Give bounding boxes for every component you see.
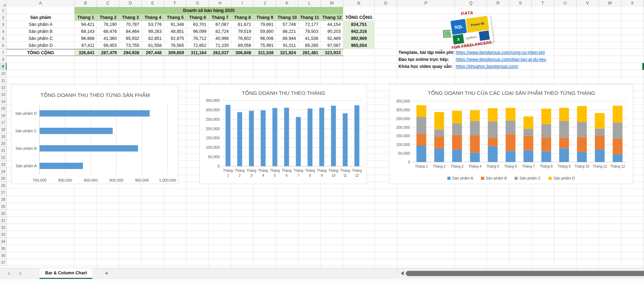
row-header-3[interactable]: 3 [0,21,7,28]
row-header-13[interactable]: 13 [0,91,7,98]
monthly-total-cell[interactable]: 297,448 [142,49,164,56]
column-header-D[interactable]: D [119,0,142,7]
value-cell[interactable]: 41,360 [97,35,119,42]
column-header-T[interactable]: T [532,0,554,7]
column-header-M[interactable]: M [321,0,343,7]
value-cell[interactable]: 61,671 [231,21,254,28]
product-name-cell[interactable]: Sản phẩm C [7,35,75,42]
column-header-O[interactable]: O [375,0,397,7]
table-title-cell[interactable]: Doanh số bán hàng 2025 [75,7,343,14]
value-cell[interactable]: 79,691 [254,21,276,28]
row-header-35[interactable]: 35 [0,245,7,252]
value-cell[interactable]: 92,875 [164,35,186,42]
month-header-cell[interactable]: Tháng 12 [321,14,343,21]
value-cell[interactable]: 96,099 [186,28,209,35]
row-header-30[interactable]: 30 [0,210,7,217]
column-header-N[interactable]: N [343,0,375,7]
row-header-32[interactable]: 32 [0,224,7,231]
column-header-C[interactable]: C [97,0,119,7]
row-header-37[interactable]: 37 [0,259,7,266]
total-row-label-cell[interactable]: TỔNG CỘNG [7,49,75,56]
prev-sheet-button[interactable]: ‹ [6,268,13,279]
value-cell[interactable]: 99,263 [142,28,164,35]
monthly-total-cell[interactable]: 287,479 [97,49,119,56]
row-header-36[interactable]: 36 [0,252,7,259]
product-name-cell[interactable]: Sản phẩm B [7,28,75,35]
value-cell[interactable]: 41,536 [298,35,321,42]
row-total-cell[interactable]: 834,751 [343,21,375,28]
value-cell[interactable]: 90,203 [321,28,343,35]
column-header-X[interactable]: X [621,0,644,7]
hyperlink-cell[interactable]: https://www.bpndgroup.com/djao-tao-ai-du… [456,56,603,63]
value-cell[interactable]: 53,776 [142,21,164,28]
value-cell[interactable]: 63,701 [186,21,209,28]
row-header-20[interactable]: 20 [0,140,7,147]
row-header-2[interactable]: 2 [0,14,7,21]
row-total-cell[interactable]: 892,969 [343,35,375,42]
hyperlink-cell[interactable]: https://www.bpndgroup.com/cong-cu-mien-p… [456,49,603,56]
column-header-S[interactable]: S [509,0,532,7]
month-header-cell[interactable]: Tháng 2 [97,14,119,21]
column-header-P[interactable]: P [397,0,455,7]
value-cell[interactable]: 59,850 [254,28,276,35]
horizontal-scrollbar-thumb[interactable] [406,271,644,276]
scroll-left-arrow[interactable] [401,271,404,275]
column-header-U[interactable]: U [554,0,576,7]
row-header-26[interactable]: 26 [0,182,7,189]
row-header-22[interactable]: 22 [0,154,7,161]
product-name-cell[interactable]: Sản phẩm A [7,21,75,28]
select-all-corner[interactable] [0,0,7,7]
link-label-cell[interactable]: Khóa học video quay sẵn: [398,63,455,70]
month-header-cell[interactable]: Tháng 6 [186,14,209,21]
product-name-cell[interactable]: Sản phẩm D [7,42,75,49]
value-cell[interactable]: 76,585 [164,42,186,49]
column-header-W[interactable]: W [599,0,621,7]
value-cell[interactable]: 89,265 [298,42,321,49]
value-cell[interactable]: 96,666 [75,35,97,42]
hyperlink-cell[interactable]: https://khoahoc.bpndgroup.com/ [456,63,603,70]
row-header-19[interactable]: 19 [0,133,7,140]
value-cell[interactable]: 73,755 [119,42,142,49]
column-header-Q[interactable]: Q [455,0,487,7]
monthly-total-cell[interactable]: 323,933 [321,49,343,56]
row-header-14[interactable]: 14 [0,98,7,105]
value-cell[interactable]: 75,991 [254,42,276,49]
next-sheet-button[interactable]: › [17,268,24,279]
sheet-canvas[interactable]: TỔNG DOANH THU THEO TỪNG SẢN PHẨM750,000… [7,7,644,268]
value-cell[interactable]: 96,006 [254,35,276,42]
row-total-cell[interactable]: 965,054 [343,42,375,49]
column-header-R[interactable]: R [487,0,509,7]
value-cell[interactable]: 78,503 [298,28,321,35]
monthly-total-cell[interactable]: 294,938 [119,49,142,56]
row-header-7[interactable]: 7 [0,49,7,56]
row-header-34[interactable]: 34 [0,238,7,245]
value-cell[interactable]: 94,421 [75,21,97,28]
month-header-cell[interactable]: Tháng 10 [276,14,298,21]
row-header-25[interactable]: 25 [0,175,7,182]
month-header-cell[interactable]: Tháng 1 [75,14,97,21]
sheet-tab-bar-and-column-chart[interactable]: Bar & Column Chart [40,268,92,279]
row-header-31[interactable]: 31 [0,217,7,224]
monthly-total-cell[interactable]: 311,164 [186,49,209,56]
new-sheet-button[interactable]: + [102,268,111,279]
row-header-18[interactable]: 18 [0,126,7,133]
value-cell[interactable]: 40,996 [209,35,231,42]
column-header-V[interactable]: V [576,0,599,7]
monthly-total-cell[interactable]: 262,037 [209,49,231,56]
row-header-10[interactable]: 10 [0,70,7,77]
value-cell[interactable]: 86,221 [276,28,298,35]
row-header-16[interactable]: 16 [0,112,7,119]
value-cell[interactable]: 61,558 [142,42,164,49]
value-cell[interactable]: 57,748 [276,21,298,28]
row-header-17[interactable]: 17 [0,119,7,126]
monthly-total-cell[interactable]: 321,924 [276,49,298,56]
value-cell[interactable]: 82,724 [209,28,231,35]
row-headers[interactable]: 1234567891011121314151617181920212223242… [0,7,7,266]
link-label-cell[interactable]: Template, bài tập miễn phí: [398,49,455,56]
row-header-8[interactable]: 8 [0,56,7,63]
row-header-4[interactable]: 4 [0,28,7,35]
row-header-5[interactable]: 5 [0,35,7,42]
value-cell[interactable]: 82,851 [142,35,164,42]
value-cell[interactable]: 71,230 [209,42,231,49]
column-headers[interactable]: ABCDEFGHIJKLMNOPQRSTUVWX [0,0,644,7]
